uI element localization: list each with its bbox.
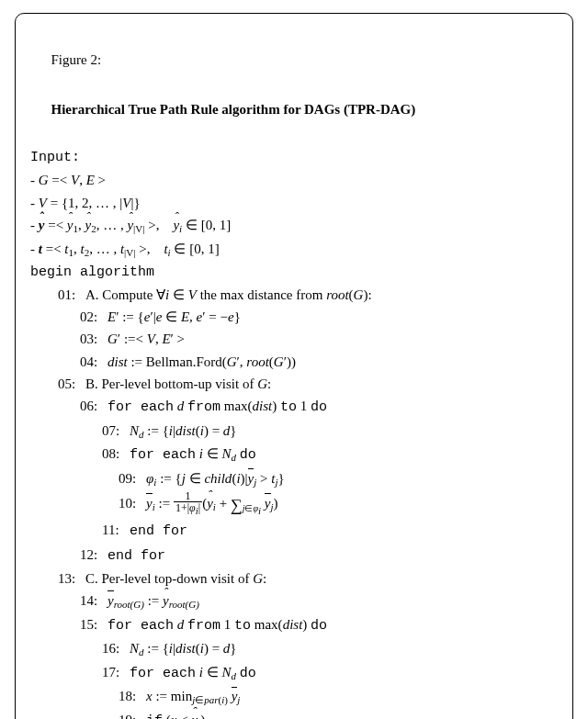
step-08: 08:for each i ∈ Nd do: [30, 443, 558, 466]
step-01: 01:A. Compute ∀i ∈ V the max distance fr…: [30, 284, 558, 306]
input-G: - G =< V, E >: [30, 169, 558, 191]
step-18: 18:x := minj∈par(i) yj: [30, 685, 558, 709]
step-11: 11:end for: [30, 519, 558, 543]
step-10: 10:yi := 11+|φi|(yi + ∑j∈φi yj): [30, 491, 558, 520]
step-05: 05:B. Per-level bottom-up visit of G:: [30, 373, 558, 395]
step-06: 06:for each d from max(dist) to 1 do: [30, 395, 558, 419]
input-header: Input:: [30, 147, 558, 169]
input-t: - t =< t1, t2, … , t|V| >, ti ∈ [0, 1]: [30, 238, 558, 262]
figure-label: Figure 2:: [51, 52, 102, 67]
step-07: 07:Nd := {i|dist(i) = d}: [30, 420, 558, 444]
step-17: 17:for each i ∈ Nd do: [30, 661, 558, 685]
step-09: 09:φi := {j ∈ child(i)|yj > tj}: [30, 467, 558, 491]
begin-algorithm: begin algorithm: [30, 262, 558, 284]
step-14: 14:yroot(G) := yroot(G): [30, 590, 558, 613]
step-19: 19:if (x < yi): [30, 709, 558, 719]
step-13: 13:C. Per-level top-down visit of G:: [30, 567, 558, 590]
step-15: 15:for each d from 1 to max(dist) do: [30, 613, 558, 637]
step-02: 02:E′ := {e′|e ∈ E, e′ = −e}: [30, 306, 558, 328]
input-V: - V = {1, 2, … , |V|}: [30, 192, 558, 214]
figure-title: Hierarchical True Path Rule algorithm fo…: [51, 102, 416, 117]
step-03: 03:G′ :=< V, E′ >: [30, 328, 558, 350]
page: Figure 2: Hierarchical True Path Rule al…: [0, 0, 588, 719]
input-yhat: - y =< y1, y2, … , y|V| >, yi ∈ [0, 1]: [30, 214, 558, 238]
step-16: 16:Nd := {i|dist(i) = d}: [30, 637, 558, 661]
step-12: 12:end for: [30, 544, 558, 567]
algorithm-frame: Figure 2: Hierarchical True Path Rule al…: [15, 13, 573, 719]
step-04: 04:dist := Bellman.Ford(G′, root(G′)): [30, 351, 558, 373]
figure-title-line: Figure 2: Hierarchical True Path Rule al…: [30, 23, 558, 147]
